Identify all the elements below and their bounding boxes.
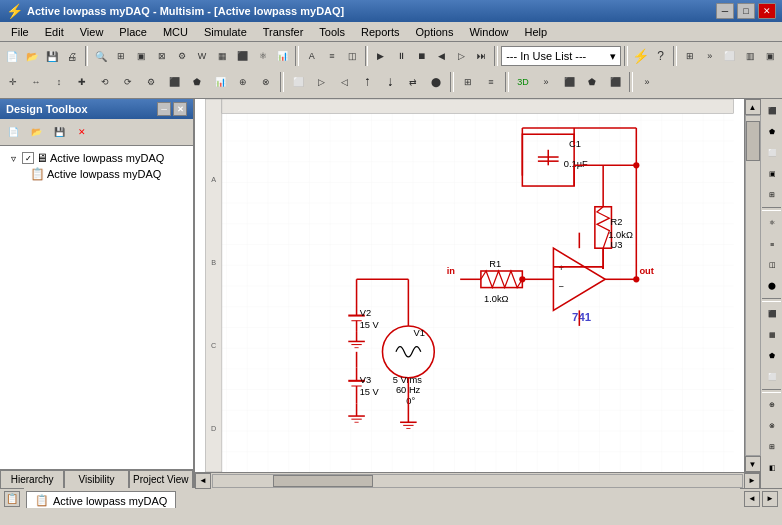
open-button[interactable]: 📂 [22,45,41,67]
rt-btn-5[interactable]: ⊞ [762,185,782,205]
tb2-btn-6[interactable]: ⟳ [117,71,139,93]
tb-btn-11[interactable]: A [302,45,321,67]
rt-btn-6[interactable]: ⚛ [762,213,782,233]
tb2-btn-4[interactable]: ✚ [71,71,93,93]
tb-btn-12[interactable]: ≡ [322,45,341,67]
scroll-thumb-horizontal[interactable] [273,475,373,487]
scroll-thumb-vertical[interactable] [746,121,760,161]
tb-btn-15[interactable]: ⏸ [392,45,411,67]
tb2-btn-22[interactable]: 3D [512,71,534,93]
menu-place[interactable]: Place [112,24,154,40]
tb2-btn-2[interactable]: ↔ [25,71,47,93]
tb-btn-3[interactable]: ▣ [132,45,151,67]
tb2-btn-21[interactable]: ≡ [480,71,502,93]
rt-btn-15[interactable]: ⊗ [762,416,782,436]
menu-options[interactable]: Options [409,24,461,40]
tb2-btn-24[interactable]: ⬛ [558,71,580,93]
tb-btn-4[interactable]: ⊠ [152,45,171,67]
tb-btn-22[interactable]: » [700,45,719,67]
scroll-left-button[interactable]: ◄ [195,473,211,489]
tb2-btn-15[interactable]: ◁ [333,71,355,93]
tb-btn-19[interactable]: ⏭ [472,45,491,67]
menu-help[interactable]: Help [518,24,555,40]
tb-btn-7[interactable]: ▦ [213,45,232,67]
tb2-btn-3[interactable]: ↕ [48,71,70,93]
tab-scroll-right[interactable]: ► [762,491,778,507]
menu-window[interactable]: Window [462,24,515,40]
rt-btn-11[interactable]: ▦ [762,325,782,345]
tab-active-circuit[interactable]: 📋 Active lowpass myDAQ [26,491,176,509]
tb-btn-14[interactable]: ▶ [371,45,390,67]
tb2-btn-9[interactable]: ⬟ [186,71,208,93]
canvas-scroll-area[interactable]: A B C D C1 0.1µF [195,99,744,472]
tb-btn-10[interactable]: 📊 [273,45,292,67]
rt-btn-7[interactable]: ≡ [762,234,782,254]
tb-btn-21[interactable]: ⊞ [680,45,699,67]
tb2-btn-26[interactable]: ⬛ [604,71,626,93]
tab-hierarchy[interactable]: Hierarchy [0,470,64,488]
help-btn[interactable]: ? [651,45,670,67]
tb2-btn-27[interactable]: » [636,71,658,93]
panel-open-btn[interactable]: 📂 [25,121,47,143]
panel-close-button[interactable]: ✕ [173,102,187,116]
tree-checkbox[interactable]: ✓ [22,152,34,164]
rt-btn-16[interactable]: ⊞ [762,437,782,457]
tab-project-view[interactable]: Project View [129,470,193,488]
tree-child-item[interactable]: 📋 Active lowpass myDAQ [28,166,189,182]
rt-btn-12[interactable]: ⬟ [762,346,782,366]
tb-btn-24[interactable]: ▥ [741,45,760,67]
save-button[interactable]: 💾 [42,45,61,67]
panel-save-btn[interactable]: 💾 [48,121,70,143]
rt-btn-8[interactable]: ◫ [762,255,782,275]
menu-edit[interactable]: Edit [38,24,71,40]
panel-new-btn[interactable]: 📄 [2,121,24,143]
rt-btn-13[interactable]: ⬜ [762,367,782,387]
panel-minimize-button[interactable]: ─ [157,102,171,116]
tree-root[interactable]: ▿ ✓ 🖥 Active lowpass myDAQ [4,150,189,166]
dropdown-arrow[interactable]: ▾ [610,50,616,63]
tb-btn-17[interactable]: ◀ [432,45,451,67]
search-button[interactable]: 🔍 [91,45,110,67]
tb-btn-2[interactable]: ⊞ [112,45,131,67]
print-button[interactable]: 🖨 [63,45,82,67]
tb-btn-9[interactable]: ⚛ [253,45,272,67]
menu-mcu[interactable]: MCU [156,24,195,40]
rt-btn-9[interactable]: ⬤ [762,276,782,296]
tb2-btn-20[interactable]: ⊞ [457,71,479,93]
tb2-btn-25[interactable]: ⬟ [581,71,603,93]
tb-btn-20[interactable]: ⚡ [631,45,650,67]
inner-maximize-button[interactable]: □ [737,3,755,19]
rt-btn-2[interactable]: ⬟ [762,122,782,142]
new-button[interactable]: 📄 [2,45,21,67]
tb2-btn-7[interactable]: ⚙ [140,71,162,93]
tb2-btn-1[interactable]: ✛ [2,71,24,93]
tb2-btn-10[interactable]: 📊 [209,71,231,93]
rt-btn-17[interactable]: ◧ [762,458,782,478]
scroll-track-horizontal[interactable] [212,474,743,488]
tab-scroll-left[interactable]: ◄ [744,491,760,507]
tb2-btn-17[interactable]: ⭣ [379,71,401,93]
horizontal-scrollbar[interactable]: ◄ ► [195,472,760,488]
tb2-btn-11[interactable]: ⊕ [232,71,254,93]
tb2-btn-5[interactable]: ⟲ [94,71,116,93]
tb2-btn-12[interactable]: ⊗ [255,71,277,93]
rt-btn-4[interactable]: ▣ [762,164,782,184]
menu-transfer[interactable]: Transfer [256,24,311,40]
rt-btn-14[interactable]: ⊕ [762,395,782,415]
tb2-btn-23[interactable]: » [535,71,557,93]
menu-tools[interactable]: Tools [312,24,352,40]
menu-view[interactable]: View [73,24,111,40]
menu-reports[interactable]: Reports [354,24,407,40]
tab-visibility[interactable]: Visibility [64,470,128,488]
rt-btn-10[interactable]: ⬛ [762,304,782,324]
scroll-down-button[interactable]: ▼ [745,456,761,472]
menu-file[interactable]: File [4,24,36,40]
tb-btn-8[interactable]: ⬛ [233,45,252,67]
tb2-btn-18[interactable]: ⇄ [402,71,424,93]
tb2-btn-19[interactable]: ⬤ [425,71,447,93]
tb-btn-18[interactable]: ▷ [452,45,471,67]
tb2-btn-13[interactable]: ⬜ [287,71,309,93]
tb-btn-13[interactable]: ◫ [342,45,361,67]
panel-delete-btn[interactable]: ✕ [71,121,93,143]
inner-close-button[interactable]: ✕ [758,3,776,19]
